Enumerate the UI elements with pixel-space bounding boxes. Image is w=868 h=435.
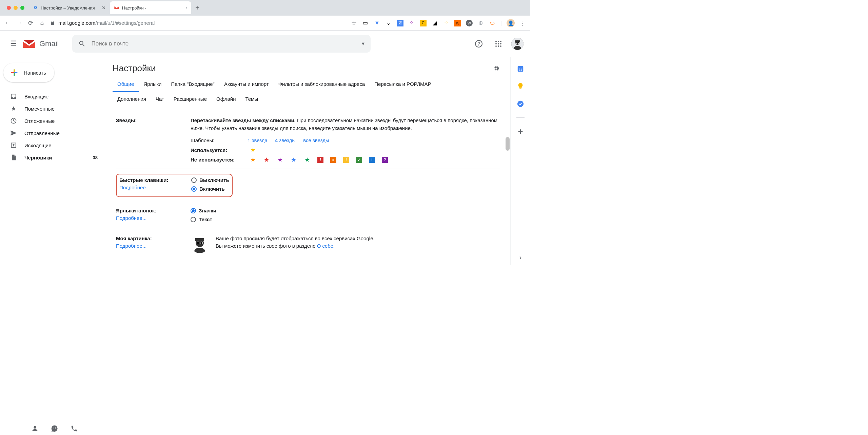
address-bar: ← → ⟳ ⌂ mail.google.com/mail/u/1/#settin…	[0, 16, 530, 31]
account-avatar[interactable]	[511, 38, 524, 50]
main-menu-button[interactable]: ☰	[7, 37, 20, 51]
tab-offline[interactable]: Офлайн	[212, 92, 240, 107]
purple-star-icon[interactable]: ★	[277, 156, 283, 163]
pocket-icon[interactable]: ⌄	[385, 20, 392, 26]
extension-globe-icon[interactable]: ⊕	[477, 20, 484, 26]
search-box[interactable]: ▾	[72, 35, 371, 53]
red-star-icon[interactable]: ★	[263, 156, 270, 163]
tab-chat[interactable]: Чат	[151, 92, 169, 107]
reader-icon[interactable]: ▭	[362, 20, 369, 26]
button-labels-icons-radio[interactable]	[191, 208, 196, 213]
compose-button[interactable]: Написать	[3, 63, 54, 82]
orange-star-icon[interactable]: ★	[250, 156, 256, 163]
sidebar-item-starred[interactable]: ★ Помеченные	[0, 102, 106, 115]
close-tab-icon[interactable]: ✕	[102, 5, 106, 11]
extension-paw-icon[interactable]: ⁘	[443, 20, 450, 26]
extension-k-icon[interactable]: K	[454, 20, 461, 26]
browser-menu-icon[interactable]: ⋮	[519, 19, 526, 27]
profile-avatar-icon[interactable]: 👤	[507, 19, 515, 27]
scrollbar-thumb[interactable]	[506, 137, 510, 151]
sidebar-item-snoozed[interactable]: Отложенные	[0, 115, 106, 127]
browser-tab-notifications[interactable]: Настройки – Уведомления ✕	[28, 1, 110, 14]
blue-info-icon[interactable]: i	[369, 157, 375, 163]
svg-point-8	[495, 45, 497, 47]
search-options-icon[interactable]: ▾	[362, 40, 364, 47]
tab-themes[interactable]: Темы	[240, 92, 263, 107]
green-check-icon[interactable]: ✓	[356, 157, 362, 163]
my-picture-learn-more[interactable]: Подробнее...	[116, 243, 146, 249]
apps-grid-icon[interactable]	[492, 37, 505, 51]
search-icon[interactable]	[78, 40, 86, 48]
sidebar-item-drafts[interactable]: Черновики 38	[0, 151, 106, 164]
about-me-link[interactable]: О себе	[317, 243, 333, 249]
window-controls	[3, 6, 28, 10]
get-addons-icon[interactable]: +	[516, 127, 525, 135]
url-input[interactable]: mail.google.com/mail/u/1/#settings/gener…	[50, 20, 346, 26]
hotkeys-off-radio[interactable]	[191, 177, 197, 183]
tab-filters[interactable]: Фильтры и заблокированные адреса	[274, 77, 370, 92]
button-labels-text: Текст	[199, 216, 212, 224]
hotkeys-on-radio[interactable]	[191, 186, 197, 192]
forward-button[interactable]: →	[16, 19, 22, 26]
template-all-stars[interactable]: все звезды	[303, 137, 329, 145]
tab-labels[interactable]: Ярлыки	[139, 77, 166, 92]
keep-icon[interactable]	[516, 82, 525, 90]
svg-rect-21	[195, 238, 204, 241]
new-tab-button[interactable]: +	[191, 4, 203, 12]
my-picture-label: Моя картинка:	[116, 235, 152, 241]
back-button[interactable]: ←	[4, 19, 11, 26]
tab-accounts[interactable]: Аккаунты и импорт	[219, 77, 274, 92]
home-button[interactable]: ⌂	[39, 19, 45, 26]
extension-flag-icon[interactable]: ◢	[431, 20, 438, 26]
yellow-star-icon[interactable]: ★	[250, 147, 256, 154]
blue-star-icon[interactable]: ★	[290, 156, 297, 163]
tab-forwarding[interactable]: Пересылка и POP/IMAP	[370, 77, 436, 92]
gmail-m-icon	[22, 38, 37, 49]
bookmark-star-icon[interactable]: ☆	[351, 19, 357, 27]
sidebar-item-outbox[interactable]: Исходящие	[0, 139, 106, 151]
close-tab-icon[interactable]: ‹	[185, 5, 187, 11]
button-labels-text-radio[interactable]	[191, 217, 196, 222]
red-bang-icon[interactable]: !	[317, 157, 323, 163]
close-window[interactable]	[7, 6, 11, 10]
tab-addons[interactable]: Дополнения	[113, 92, 151, 107]
extension-cluster-icon[interactable]: ⁘	[408, 20, 415, 26]
svg-text:31: 31	[519, 68, 522, 71]
template-4-stars[interactable]: 4 звезды	[275, 137, 296, 145]
minimize-window[interactable]	[14, 6, 18, 10]
profile-picture[interactable]	[191, 235, 209, 253]
browser-chrome: Настройки – Уведомления ✕ Настройки - ‹ …	[0, 0, 530, 31]
extension-picture-icon[interactable]: 🖼	[397, 20, 403, 26]
button-labels-learn-more[interactable]: Подробнее...	[116, 215, 146, 221]
hotkeys-learn-more[interactable]: Подробнее...	[119, 185, 150, 190]
tab-advanced[interactable]: Расширенные	[169, 92, 212, 107]
svg-point-24	[197, 242, 199, 244]
browser-tab-gmail-settings[interactable]: Настройки - ‹	[110, 1, 191, 14]
sidebar-item-inbox[interactable]: Входящие	[0, 90, 106, 102]
gmail-logo[interactable]: Gmail	[22, 38, 59, 49]
nav-label: Отправленные	[24, 130, 60, 136]
tasks-icon[interactable]	[516, 100, 525, 108]
settings-gear-icon[interactable]	[493, 65, 500, 72]
extension-w-icon[interactable]: W	[466, 20, 473, 26]
reload-button[interactable]: ⟳	[27, 19, 34, 27]
green-star-icon[interactable]: ★	[304, 156, 311, 163]
purple-question-icon[interactable]: ?	[382, 157, 388, 163]
svg-rect-13	[515, 40, 520, 42]
yellow-bang-icon[interactable]: !	[343, 157, 349, 163]
template-1-star[interactable]: 1 звезда	[248, 137, 268, 145]
sidebar-item-sent[interactable]: Отправленные	[0, 127, 106, 139]
svg-point-5	[495, 43, 497, 44]
orange-arrows-icon[interactable]: »	[330, 157, 336, 163]
help-icon[interactable]: ?	[472, 37, 486, 51]
extension-v-icon[interactable]: ▼	[374, 20, 380, 26]
draft-icon	[10, 154, 17, 161]
extension-g-icon[interactable]: G	[420, 20, 427, 26]
hide-panel-icon[interactable]: ›	[519, 253, 522, 261]
maximize-window[interactable]	[20, 6, 24, 10]
tab-inbox[interactable]: Папка "Входящие"	[166, 77, 219, 92]
tab-general[interactable]: Общие	[113, 77, 139, 92]
search-input[interactable]	[91, 40, 356, 47]
extension-capsule-icon[interactable]: ⬭	[489, 20, 496, 26]
calendar-icon[interactable]: 31	[516, 64, 525, 73]
